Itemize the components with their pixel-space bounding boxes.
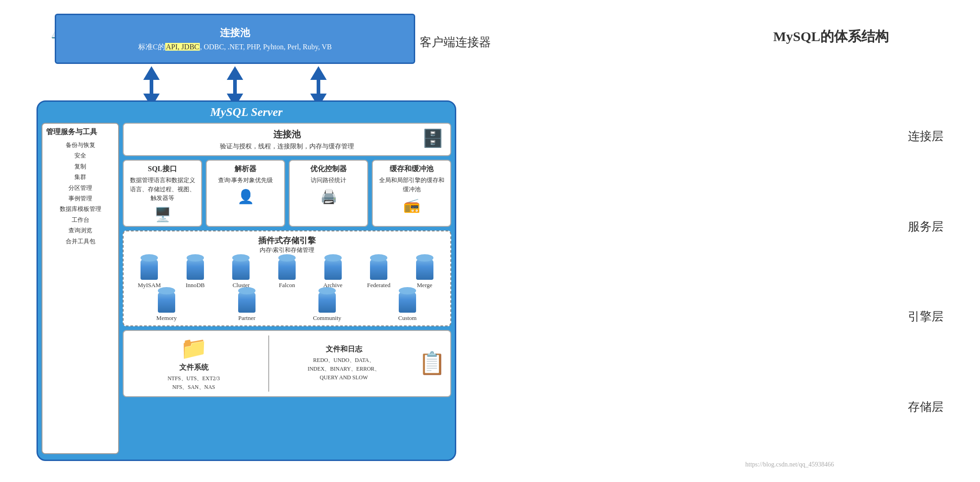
arrow-up-2 — [227, 66, 243, 80]
cylinder-partner — [238, 291, 255, 313]
pool-subtitle: 验证与授权，线程，连接限制，内存与缓存管理 — [128, 142, 446, 151]
log-title: 文件和日志 — [278, 345, 409, 354]
pe-title: 插件式存储引擎 — [127, 235, 447, 246]
engine-innodb: InnoDB — [176, 258, 214, 289]
mgmt-item-workbench: 工作台 — [46, 215, 115, 225]
cache-icon: 📻 — [403, 197, 420, 213]
innodb-label: InnoDB — [186, 282, 205, 289]
storage-divider — [268, 335, 269, 392]
cylinder-custom — [399, 291, 416, 313]
optimizer-title: 优化控制器 — [310, 164, 347, 174]
memory-label: Memory — [156, 314, 177, 322]
storage-layer-box: 📁 文件系统 NTFS、UTS、EXT2/3NFS、SAN、NAS 文件和日志 … — [123, 330, 451, 397]
log-sub: REDO、UNDO、DATA、INDEX、BINARY、ERROR、QUERY … — [278, 356, 409, 382]
mysql-server-box: MySQL Server 管理服务与工具 备份与恢复 安全 复制 集群 分区管理… — [36, 100, 456, 461]
myisam-label: MyISAM — [138, 282, 161, 289]
arrow-up-1 — [143, 66, 160, 80]
cylinder-merge — [416, 258, 433, 280]
cylinder-memory — [158, 291, 175, 313]
community-label: Community — [313, 314, 341, 322]
engine-federated: Federated — [360, 258, 398, 289]
storage-filesystem: 📁 文件系统 NTFS、UTS、EXT2/3NFS、SAN、NAS — [128, 335, 259, 392]
pe-sub: 内存\索引和存储管理 — [127, 246, 447, 254]
layer-connection: 连接层 — [908, 128, 944, 144]
cylinder-cluster — [232, 258, 250, 280]
merge-label: Merge — [417, 282, 433, 289]
shaft-3 — [317, 80, 320, 94]
engine-custom: Custom — [388, 291, 427, 322]
mgmt-item-backup: 备份与恢复 — [46, 140, 115, 150]
cylinder-myisam — [141, 258, 158, 280]
engine-community: Community — [308, 291, 347, 322]
engine-falcon: Falcon — [267, 258, 306, 289]
mgmt-item-template: 数据库模板管理 — [46, 204, 115, 214]
mgmt-item-events: 事例管理 — [46, 193, 115, 204]
parser-icon: 👤 — [237, 189, 254, 204]
parser-box: 解析器 查询\事务对象优先级 👤 — [206, 160, 285, 227]
engine-partner: Partner — [228, 291, 266, 322]
cache-title: 缓存和缓冲池 — [390, 164, 433, 174]
mgmt-item-security: 安全 — [46, 150, 115, 161]
engine-cluster: Cluster — [222, 258, 261, 289]
mysql-server-title: MySQL Server — [42, 105, 451, 119]
storage-logs: 文件和日志 REDO、UNDO、DATA、INDEX、BINARY、ERROR、… — [278, 345, 409, 382]
mgmt-item-partition: 分区管理 — [46, 183, 115, 193]
right-labels: 连接层 服务层 引擎层 存储层 — [908, 91, 944, 452]
cylinder-archive — [324, 258, 342, 280]
fs-title: 文件系统 — [128, 363, 259, 372]
fs-sub: NTFS、UTS、EXT2/3NFS、SAN、NAS — [128, 374, 259, 392]
highlight-api: API, JDBC — [165, 43, 200, 51]
optimizer-icon: 🖨️ — [320, 189, 337, 204]
parser-sub: 查询\事务对象优先级 — [218, 176, 273, 185]
shaft-1 — [150, 80, 153, 94]
page-title: MySQL的体系结构 — [773, 27, 889, 46]
custom-label: Custom — [398, 314, 417, 322]
mgmt-item-cluster: 集群 — [46, 172, 115, 182]
watermark: https://blog.csdn.net/qq_45938466 — [745, 461, 834, 468]
folder-icon: 📁 — [128, 335, 259, 361]
connection-pool-box: 连接池 验证与授权，线程，连接限制，内存与缓存管理 🗄️ — [123, 123, 451, 156]
log-icon: 📋 — [418, 351, 446, 376]
cache-sub: 全局和局部引擎的缓存和缓冲池 — [376, 176, 447, 194]
client-connector-label: 客户端连接器 — [420, 34, 491, 50]
engine-icons: MyISAM InnoDB Cluster Falcon — [127, 258, 447, 322]
mgmt-item-query: 查询浏览 — [46, 225, 115, 236]
engine-merge: Merge — [405, 258, 444, 289]
sql-sub: 数据管理语言和数据定义语言、存储过程、视图、触发器等 — [127, 176, 198, 203]
connector-subtitle: 标准C的API, JDBC, ODBC, .NET, PHP, Pyhton, … — [138, 42, 332, 52]
mgmt-item-replication: 复制 — [46, 161, 115, 172]
layer-service: 服务层 — [908, 219, 944, 235]
layer-storage: 存储层 — [908, 399, 944, 415]
client-connector-box: 连接池 标准C的API, JDBC, ODBC, .NET, PHP, Pyht… — [55, 14, 415, 64]
mgmt-title: 管理服务与工具 — [46, 127, 115, 137]
engine-myisam: MyISAM — [130, 258, 169, 289]
mgmt-item-merge: 合并工具包 — [46, 236, 115, 246]
server-inner: 管理服务与工具 备份与恢复 安全 复制 集群 分区管理 事例管理 数据库模板管理… — [42, 123, 451, 454]
cache-box: 缓存和缓冲池 全局和局部引擎的缓存和缓冲池 📻 — [372, 160, 451, 227]
federated-label: Federated — [367, 282, 390, 289]
cylinder-falcon — [278, 258, 296, 280]
shaft-2 — [233, 80, 237, 94]
optimizer-box: 优化控制器 访问路径统计 🖨️ — [289, 160, 368, 227]
cylinder-innodb — [187, 258, 204, 280]
main-container: 💻 连接池 标准C的API, JDBC, ODBC, .NET, PHP, Py… — [18, 9, 465, 470]
layer-engine: 引擎层 — [908, 309, 944, 325]
service-row: SQL接口 数据管理语言和数据定义语言、存储过程、视图、触发器等 🖥️ 解析器 … — [123, 160, 451, 227]
parser-title: 解析器 — [235, 164, 256, 174]
db-icon: 🗄️ — [422, 128, 443, 148]
arrow-up-3 — [310, 66, 327, 80]
plugin-engine-box: 插件式存储引擎 内存\索引和存储管理 MyISAM InnoDB — [123, 231, 451, 326]
connector-title: 连接池 — [220, 26, 250, 40]
falcon-label: Falcon — [279, 282, 295, 289]
partner-label: Partner — [238, 314, 255, 322]
server-right: 连接池 验证与授权，线程，连接限制，内存与缓存管理 🗄️ SQL接口 数据管理语… — [123, 123, 451, 454]
engine-memory: Memory — [147, 291, 186, 322]
sql-interface-box: SQL接口 数据管理语言和数据定义语言、存储过程、视图、触发器等 🖥️ — [123, 160, 202, 227]
optimizer-sub: 访问路径统计 — [311, 176, 346, 185]
cylinder-community — [318, 291, 336, 313]
sql-icon: 🖥️ — [154, 206, 171, 222]
sql-title: SQL接口 — [148, 164, 177, 174]
management-sidebar: 管理服务与工具 备份与恢复 安全 复制 集群 分区管理 事例管理 数据库模板管理… — [42, 123, 119, 454]
pool-title: 连接池 — [128, 128, 446, 141]
cylinder-federated — [370, 258, 387, 280]
